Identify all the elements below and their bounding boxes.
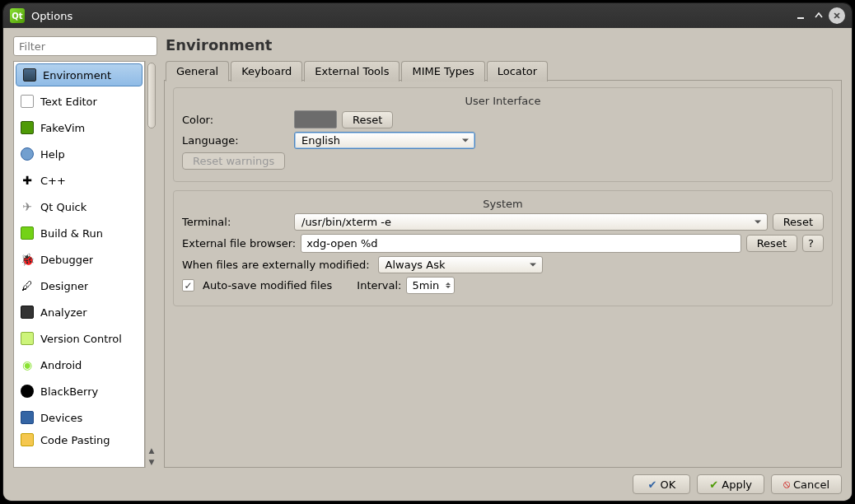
minimize-icon[interactable] bbox=[792, 7, 809, 24]
android-icon: ◉ bbox=[19, 357, 35, 373]
analyzer-icon bbox=[19, 304, 35, 320]
tab-keyboard[interactable]: Keyboard bbox=[231, 61, 302, 82]
sidebar-item-qtquick[interactable]: ✈ Qt Quick bbox=[14, 194, 144, 220]
reset-color-button[interactable]: Reset bbox=[342, 111, 393, 128]
group-system: System Terminal: /usr/bin/xterm -e Reset… bbox=[173, 190, 833, 306]
qtquick-icon: ✈ bbox=[19, 198, 35, 215]
language-select[interactable]: English bbox=[294, 132, 475, 149]
blackberry-icon bbox=[19, 383, 35, 399]
group-title: System bbox=[182, 198, 824, 210]
sidebar-item-label: Build & Run bbox=[40, 227, 103, 240]
tab-bar: General Keyboard External Tools MIME Typ… bbox=[164, 60, 842, 81]
sidebar-item-devices[interactable]: Devices bbox=[14, 404, 144, 431]
interval-spinner[interactable]: 5min bbox=[406, 277, 455, 294]
scrollbar-thumb[interactable] bbox=[147, 63, 156, 128]
category-list[interactable]: Environment Text Editor FakeVim Hel bbox=[13, 61, 145, 468]
qt-logo-icon: Qt bbox=[10, 8, 25, 23]
browser-input[interactable] bbox=[301, 234, 741, 253]
maximize-icon[interactable] bbox=[811, 7, 827, 24]
sidebar-item-debugger[interactable]: 🐞 Debugger bbox=[14, 246, 144, 273]
color-swatch[interactable] bbox=[294, 110, 337, 128]
group-user-interface: User Interface Color: Reset Language: En… bbox=[173, 87, 833, 182]
reset-warnings-button[interactable]: Reset warnings bbox=[182, 152, 285, 170]
sidebar-item-label: Code Pasting bbox=[40, 434, 110, 446]
color-label: Color: bbox=[182, 114, 289, 126]
sidebar-item-label: Android bbox=[40, 359, 82, 371]
sidebar-item-blackberry[interactable]: BlackBerry bbox=[14, 378, 144, 404]
filter-input[interactable] bbox=[13, 36, 157, 56]
sidebar-item-label: Text Editor bbox=[40, 96, 97, 108]
designer-icon: 🖊 bbox=[19, 278, 35, 294]
browser-help-button[interactable]: ? bbox=[802, 235, 824, 252]
fakevim-icon bbox=[19, 119, 35, 136]
scroll-up-icon[interactable]: ▲ bbox=[146, 445, 157, 456]
modified-label: When files are externally modified: bbox=[182, 259, 370, 271]
sidebar-scrollbar[interactable]: ▲ ▼ bbox=[145, 61, 157, 468]
monitor-icon bbox=[21, 67, 38, 83]
close-icon[interactable] bbox=[829, 7, 845, 24]
group-title: User Interface bbox=[182, 95, 824, 107]
ok-button[interactable]: ✔ OK bbox=[633, 474, 690, 494]
cancel-icon: ⦸ bbox=[783, 478, 790, 491]
sidebar-item-text-editor[interactable]: Text Editor bbox=[14, 88, 144, 114]
terminal-label: Terminal: bbox=[182, 216, 289, 228]
build-run-icon bbox=[19, 225, 35, 241]
tab-external-tools[interactable]: External Tools bbox=[304, 61, 399, 82]
sidebar-item-label: Debugger bbox=[40, 254, 93, 266]
debugger-icon: 🐞 bbox=[19, 251, 35, 268]
sidebar-item-label: Version Control bbox=[40, 333, 122, 345]
apply-icon: ✔ bbox=[709, 478, 718, 491]
tab-general[interactable]: General bbox=[166, 61, 229, 82]
sidebar-item-analyzer[interactable]: Analyzer bbox=[14, 299, 144, 325]
paste-icon bbox=[19, 432, 35, 448]
sidebar-item-designer[interactable]: 🖊 Designer bbox=[14, 273, 144, 299]
apply-button[interactable]: ✔ Apply bbox=[697, 474, 764, 494]
sidebar-item-buildrun[interactable]: Build & Run bbox=[14, 220, 144, 246]
terminal-reset-button[interactable]: Reset bbox=[773, 213, 824, 231]
browser-label: External file browser: bbox=[182, 237, 296, 250]
sidebar-item-help[interactable]: Help bbox=[14, 141, 144, 167]
dialog-button-row: ✔ OK ✔ Apply ⦸ Cancel bbox=[13, 468, 842, 494]
cpp-icon: ✚ bbox=[19, 172, 35, 189]
sidebar-item-label: BlackBerry bbox=[40, 385, 98, 398]
help-icon bbox=[19, 146, 35, 162]
window-title: Options bbox=[31, 10, 791, 22]
terminal-select[interactable]: /usr/bin/xterm -e bbox=[294, 213, 768, 231]
sidebar-item-label: Environment bbox=[43, 69, 111, 82]
devices-icon bbox=[19, 409, 35, 426]
sidebar-item-label: Devices bbox=[40, 412, 82, 424]
ok-icon: ✔ bbox=[648, 478, 657, 491]
modified-select[interactable]: Always Ask bbox=[378, 256, 543, 273]
sidebar-item-label: FakeVim bbox=[40, 122, 85, 134]
sidebar-item-cpp[interactable]: ✚ C++ bbox=[14, 167, 144, 194]
sidebar-item-codepasting[interactable]: Code Pasting bbox=[14, 431, 144, 449]
sidebar-item-vcs[interactable]: Version Control bbox=[14, 325, 144, 352]
language-label: Language: bbox=[182, 134, 289, 147]
scroll-down-icon[interactable]: ▼ bbox=[146, 456, 157, 468]
page-title: Environment bbox=[166, 36, 842, 54]
tab-page-general: User Interface Color: Reset Language: En… bbox=[164, 80, 842, 468]
tab-mime-types[interactable]: MIME Types bbox=[401, 61, 484, 82]
sidebar-item-android[interactable]: ◉ Android bbox=[14, 352, 144, 378]
tab-locator[interactable]: Locator bbox=[487, 61, 548, 82]
sidebar-item-label: Analyzer bbox=[40, 306, 87, 319]
sidebar-item-label: C++ bbox=[40, 175, 66, 187]
cancel-button[interactable]: ⦸ Cancel bbox=[771, 474, 842, 494]
sidebar-item-label: Help bbox=[40, 148, 65, 161]
browser-reset-button[interactable]: Reset bbox=[746, 235, 797, 252]
vcs-icon bbox=[19, 330, 35, 347]
title-bar[interactable]: Qt Options bbox=[3, 3, 852, 28]
sidebar-item-environment[interactable]: Environment bbox=[16, 63, 142, 86]
autosave-checkbox[interactable] bbox=[182, 279, 194, 292]
interval-label: Interval: bbox=[357, 279, 401, 292]
autosave-label: Auto-save modified files bbox=[203, 279, 332, 292]
sidebar-item-label: Designer bbox=[40, 280, 88, 292]
options-window: Qt Options Environment bbox=[3, 3, 852, 501]
sidebar-item-fakevim[interactable]: FakeVim bbox=[14, 114, 144, 141]
text-editor-icon bbox=[19, 93, 35, 110]
sidebar-item-label: Qt Quick bbox=[40, 201, 86, 213]
